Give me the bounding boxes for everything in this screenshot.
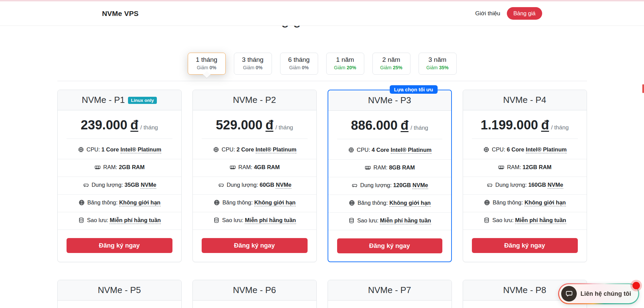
plan-price: 1.199.000đ/ tháng <box>463 110 587 132</box>
spec-ram: RAM: 8GB RAM <box>328 160 451 177</box>
globe-icon <box>483 199 491 207</box>
storage-icon <box>486 181 493 190</box>
storage-tooltip[interactable]: NVMe <box>412 182 428 189</box>
nav-pricing-button[interactable]: Bảng giá <box>507 7 542 20</box>
bandwidth-tooltip[interactable]: Không giới hạn <box>119 199 161 206</box>
cpu-icon <box>77 146 85 155</box>
plan-name: NVMe - P6 <box>233 285 276 295</box>
tab-3-years[interactable]: 3 năm Giảm 35% <box>419 53 457 75</box>
register-button-p4[interactable]: Đăng ký ngay <box>472 238 578 253</box>
cpu-tooltip[interactable]: Intel® Platinum <box>391 147 431 154</box>
register-button-p2[interactable]: Đăng ký ngay <box>202 238 308 253</box>
scrollbar-thumb[interactable] <box>642 84 644 93</box>
section-divider <box>57 81 587 81</box>
plan-name: NVMe - P3 <box>368 95 411 105</box>
linux-only-badge: Linux only <box>128 97 157 104</box>
ram-icon <box>229 164 236 172</box>
plan-card-p6: NVMe - P6 2.039.000đ <box>192 280 317 308</box>
navbar: NVMe VPS Giới thiệu Bảng giá <box>0 0 644 26</box>
spec-bandwidth: Băng thông: Không giới hạn <box>328 195 451 213</box>
plan-name: NVMe - P4 <box>503 95 546 105</box>
ram-icon <box>364 164 371 173</box>
plan-price: 529.000đ/ tháng <box>193 110 316 132</box>
cpu-icon <box>213 146 220 155</box>
cpu-tooltip[interactable]: Intel® Platinum <box>121 146 161 153</box>
plan-name: NVMe - P2 <box>233 95 276 105</box>
bandwidth-tooltip[interactable]: Không giới hạn <box>525 199 566 206</box>
backup-tooltip[interactable]: Miễn phí hằng tuần <box>245 217 296 224</box>
register-button-p3[interactable]: Đăng ký ngay <box>337 238 442 253</box>
database-icon <box>213 217 220 225</box>
backup-tooltip[interactable]: Miễn phí hằng tuần <box>515 217 566 224</box>
billing-period-tabs: 1 tháng Giảm 0% 3 tháng Giảm 0% 6 tháng … <box>0 53 644 75</box>
plan-card-p4: NVMe - P4 1.199.000đ/ tháng CPU: 6 Core … <box>463 90 587 262</box>
plan-price: 1.679.000đ <box>58 301 181 308</box>
tab-1-year[interactable]: 1 năm Giảm 20% <box>326 53 364 75</box>
tab-6-months[interactable]: 6 tháng Giảm 0% <box>280 53 318 75</box>
pricing-cards-row-1: NVMe - P1Linux only 239.000đ/ tháng CPU:… <box>57 90 587 262</box>
backup-tooltip[interactable]: Miễn phí hằng tuần <box>110 217 161 224</box>
notification-dot <box>632 282 640 289</box>
spec-bandwidth: Băng thông: Không giới hạn <box>58 195 181 212</box>
plan-price: 2.299.000đ <box>328 301 452 308</box>
spec-bandwidth: Băng thông: Không giới hạn <box>463 195 587 212</box>
spec-cpu: CPU: 1 Core Intel® Platinum <box>58 142 181 159</box>
plan-name: NVMe - P7 <box>368 285 411 295</box>
globe-icon <box>213 199 220 207</box>
bandwidth-tooltip[interactable]: Không giới hạn <box>254 199 296 206</box>
spec-storage: Dung lượng: 35GB NVMe <box>58 177 181 195</box>
spec-cpu: CPU: 4 Core Intel® Platinum <box>328 142 451 160</box>
plan-price: 886.000đ/ tháng <box>328 111 451 133</box>
main-content: 1 tháng Giảm 0% 3 tháng Giảm 0% 6 tháng … <box>0 53 644 308</box>
storage-tooltip[interactable]: NVMe <box>548 182 563 189</box>
storage-tooltip[interactable]: NVMe <box>141 182 156 189</box>
database-icon <box>348 217 355 225</box>
plan-card-p2: NVMe - P2 529.000đ/ tháng CPU: 2 Core In… <box>192 90 317 262</box>
pricing-cards-row-2: NVMe - P5 1.679.000đ NVMe - P6 2.039.000… <box>57 280 587 308</box>
spec-bandwidth: Băng thông: Không giới hạn <box>193 195 316 212</box>
spec-storage: Dung lượng: 120GB NVMe <box>328 177 451 195</box>
tab-1-month[interactable]: 1 tháng Giảm 0% <box>188 53 226 75</box>
spec-backup: Sao lưu: Miễn phí hằng tuần <box>193 212 316 230</box>
cpu-icon <box>348 146 355 155</box>
globe-icon <box>348 199 355 208</box>
chat-bubble-icon <box>561 286 577 302</box>
spec-backup: Sao lưu: Miễn phí hằng tuần <box>463 212 587 230</box>
storage-icon <box>351 182 358 190</box>
spec-storage: Dung lượng: 160GB NVMe <box>463 177 587 195</box>
spec-ram: RAM: 2GB RAM <box>58 159 181 177</box>
bandwidth-tooltip[interactable]: Không giới hạn <box>389 200 431 207</box>
ram-icon <box>94 164 101 172</box>
best-choice-ribbon: Lựa chọn tối ưu <box>390 85 438 94</box>
brand-logo[interactable]: NVMe VPS <box>102 10 139 18</box>
cpu-tooltip[interactable]: Intel® Platinum <box>526 146 567 153</box>
chat-widget: Liên hệ chúng tôi <box>558 283 639 304</box>
register-button-p1[interactable]: Đăng ký ngay <box>67 238 172 253</box>
plan-card-p1: NVMe - P1Linux only 239.000đ/ tháng CPU:… <box>57 90 182 262</box>
plan-card-p5: NVMe - P5 1.679.000đ <box>57 280 182 308</box>
plan-price: 2.039.000đ <box>193 301 316 308</box>
plan-price: 239.000đ/ tháng <box>58 110 181 132</box>
plan-name: NVMe - P5 <box>98 285 141 295</box>
cpu-tooltip[interactable]: Intel® Platinum <box>256 146 296 153</box>
nav-link-about[interactable]: Giới thiệu <box>475 10 500 17</box>
backup-tooltip[interactable]: Miễn phí hằng tuần <box>380 217 431 224</box>
plan-card-p3-recommended: Lựa chọn tối ưu NVMe - P3 886.000đ/ thán… <box>328 90 452 262</box>
plan-name: NVMe - P8 <box>503 285 546 295</box>
ram-icon <box>498 164 505 172</box>
database-icon <box>483 217 490 225</box>
storage-icon <box>218 181 225 190</box>
spec-backup: Sao lưu: Miễn phí hằng tuần <box>328 213 451 230</box>
spec-storage: Dung lượng: 60GB NVMe <box>193 177 316 195</box>
spec-ram: RAM: 12GB RAM <box>463 159 587 177</box>
globe-icon <box>78 199 85 207</box>
contact-us-button[interactable]: Liên hệ chúng tôi <box>558 283 639 304</box>
spec-cpu: CPU: 6 Core Intel® Platinum <box>463 142 587 159</box>
storage-tooltip[interactable]: NVMe <box>276 182 291 189</box>
plan-card-p7: NVMe - P7 2.299.000đ <box>328 280 452 308</box>
plan-name: NVMe - P1 <box>82 95 125 105</box>
tab-3-months[interactable]: 3 tháng Giảm 0% <box>234 53 272 75</box>
tab-2-years[interactable]: 2 năm Giảm 25% <box>372 53 410 75</box>
cpu-icon <box>483 146 490 155</box>
database-icon <box>78 217 85 225</box>
